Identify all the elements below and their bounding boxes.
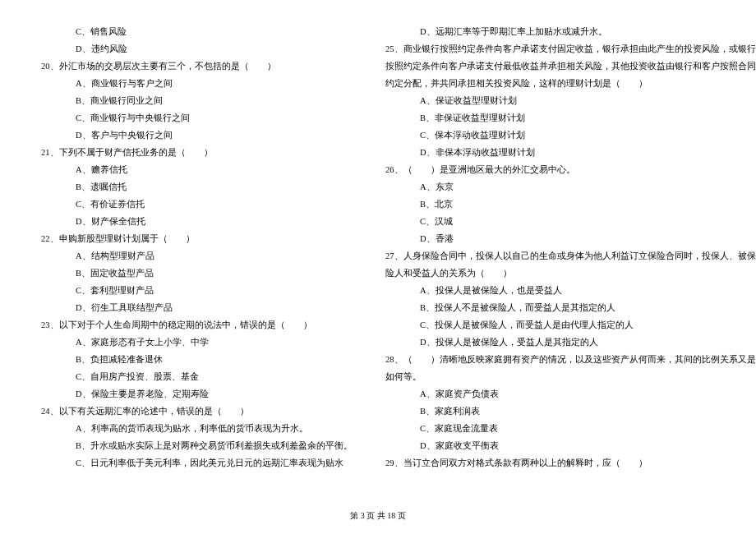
text-line: C、有价证券信托 (41, 196, 353, 213)
text-line: C、自用房产投资、股票、基金 (41, 368, 353, 385)
text-line: C、家庭现金流量表 (385, 420, 756, 437)
text-line: B、非保证收益型理财计划 (385, 109, 756, 127)
text-line: A、保证收益型理财计划 (385, 92, 756, 109)
text-line: C、销售风险 (41, 23, 353, 40)
text-line: A、赡养信托 (41, 161, 353, 178)
text-line: A、利率高的货币表现为贴水，利率低的货币表现为升水。 (41, 420, 353, 437)
text-line: A、家庭形态有子女上小学、中学 (41, 334, 353, 351)
text-line: B、家庭利润表 (385, 403, 756, 420)
text-line: B、升水或贴水实际上是对两种交易货币利差损失或利差盈余的平衡。 (41, 437, 353, 454)
text-line: C、日元利率低于美元利率，因此美元兑日元的远期汇率表现为贴水 (41, 454, 353, 472)
text-line: 23、以下对于个人生命周期中的稳定期的说法中，错误的是（ ） (41, 316, 353, 334)
text-line: A、结构型理财产品 (41, 247, 353, 265)
text-line: 25、商业银行按照约定条件向客户承诺支付固定收益，银行承担由此产生的投资风险，或… (385, 40, 756, 58)
text-line: 28、（ ）清晰地反映家庭拥有资产的情况，以及这些资产从何而来，其间的比例关系又… (385, 351, 756, 368)
text-line: B、北京 (385, 196, 756, 213)
text-line: C、投保人是被保险人，而受益人是由代理人指定的人 (385, 316, 756, 334)
text-line: 险人和受益人的关系为（ ） (385, 265, 756, 282)
text-line: C、商业银行与中央银行之间 (41, 109, 353, 127)
text-line: 如何等。 (385, 368, 756, 385)
text-line: 21、下列不属于财产信托业务的是（ ） (41, 144, 353, 161)
text-line: D、投保人是被保险人，受益人是其指定的人 (385, 334, 756, 351)
text-line: B、商业银行同业之间 (41, 92, 353, 109)
text-line: 22、申购新股型理财计划属于（ ） (41, 230, 353, 247)
text-line: D、家庭收支平衡表 (385, 437, 756, 454)
text-line: 29、当订立合同双方对格式条款有两种以上的解释时，应（ ） (385, 454, 756, 472)
text-line: 按照约定条件向客户承诺支付最低收益并承担相关风险，其他投资收益由银行和客户按照合… (385, 58, 756, 75)
text-line: D、衍生工具联结型产品 (41, 299, 353, 316)
text-line: 24、以下有关远期汇率的论述中，错误的是（ ） (41, 403, 353, 420)
text-line: D、香港 (385, 230, 756, 247)
text-line: D、违约风险 (41, 40, 353, 58)
text-line: A、东京 (385, 178, 756, 196)
text-line: D、财产保全信托 (41, 213, 353, 230)
text-line: D、远期汇率等于即期汇率上加贴水或减升水。 (385, 23, 756, 40)
right-column: D、远期汇率等于即期汇率上加贴水或减升水。25、商业银行按照约定条件向客户承诺支… (385, 23, 756, 509)
text-line: 约定分配，并共同承担相关投资风险，这样的理财计划是（ ） (385, 75, 756, 92)
text-line: A、商业银行与客户之间 (41, 75, 353, 92)
text-line: C、套利型理财产品 (41, 282, 353, 299)
text-line: A、家庭资产负债表 (385, 385, 756, 403)
text-line: D、客户与中央银行之间 (41, 127, 353, 144)
text-line: B、投保人不是被保险人，而受益人是其指定的人 (385, 299, 756, 316)
document-page: C、销售风险D、违约风险20、外汇市场的交易层次主要有三个，不包括的是（ ）A、… (0, 0, 756, 534)
left-column: C、销售风险D、违约风险20、外汇市场的交易层次主要有三个，不包括的是（ ）A、… (41, 23, 353, 509)
text-line: B、遗嘱信托 (41, 178, 353, 196)
text-line: D、非保本浮动收益理财计划 (385, 144, 756, 161)
text-line: C、汉城 (385, 213, 756, 230)
text-line: B、负担减轻准备退休 (41, 351, 353, 368)
text-line: 20、外汇市场的交易层次主要有三个，不包括的是（ ） (41, 58, 353, 75)
text-line: B、固定收益型产品 (41, 265, 353, 282)
page-footer: 第 3 页 共 18 页 (0, 510, 756, 522)
text-line: 27、人身保险合同中，投保人以自己的生命或身体为他人利益订立保险合同时，投保人、… (385, 247, 756, 265)
text-line: C、保本浮动收益理财计划 (385, 127, 756, 144)
text-line: A、投保人是被保险人，也是受益人 (385, 282, 756, 299)
text-line: D、保险主要是养老险、定期寿险 (41, 385, 353, 403)
text-line: 26、（ ）是亚洲地区最大的外汇交易中心。 (385, 161, 756, 178)
